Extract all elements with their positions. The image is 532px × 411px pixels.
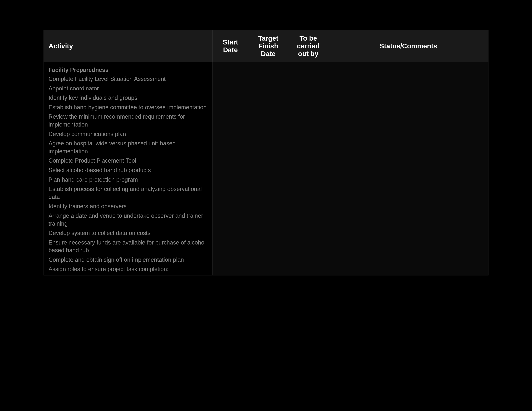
activity-item: Select alcohol-based hand rub products (48, 166, 208, 175)
section-header-facility: Facility Preparedness (48, 64, 208, 74)
activity-item: Complete Product Placement Tool (48, 156, 208, 166)
status-cell (328, 62, 488, 275)
activity-item: Develop communications plan (48, 130, 208, 139)
activity-item: Identify trainers and observers (48, 202, 208, 211)
activity-item: Appoint coordinator (48, 84, 208, 93)
main-table-container: Activity Start Date Target Finish Date T… (44, 30, 488, 275)
start-date-column-header: Start Date (213, 30, 248, 62)
activity-item: Establish hand hygiene committee to over… (48, 103, 208, 112)
activity-item: Complete and obtain sign off on implemen… (48, 255, 208, 265)
activity-item: Plan hand care protection program (48, 175, 208, 185)
start-date-cell (213, 62, 248, 275)
activity-item: Identify key individuals and groups (48, 93, 208, 103)
carried-out-column-header: To be carried out by (288, 30, 328, 62)
table-row: Facility Preparedness Complete Facility … (44, 62, 488, 275)
activity-column-header: Activity (44, 30, 213, 62)
activity-item: Agree on hospital-wide versus phased uni… (48, 139, 208, 156)
activity-item: Establish process for collecting and ana… (48, 184, 208, 202)
activity-item: Develop system to collect data on costs (48, 228, 208, 238)
status-column-header: Status/Comments (328, 30, 488, 62)
activity-item: Assign roles to ensure project task comp… (48, 264, 208, 274)
carried-out-cell (288, 62, 328, 275)
finish-date-column-header: Target Finish Date (248, 30, 288, 62)
finish-date-cell (248, 62, 288, 275)
activity-cell: Facility Preparedness Complete Facility … (44, 62, 213, 275)
activity-item: Ensure necessary funds are available for… (48, 238, 208, 255)
activity-item: Review the minimum recommended requireme… (48, 112, 208, 129)
activity-item: Complete Facility Level Situation Assess… (48, 74, 208, 84)
activity-table: Activity Start Date Target Finish Date T… (44, 30, 488, 275)
activity-item: Arrange a date and venue to undertake ob… (48, 211, 208, 228)
